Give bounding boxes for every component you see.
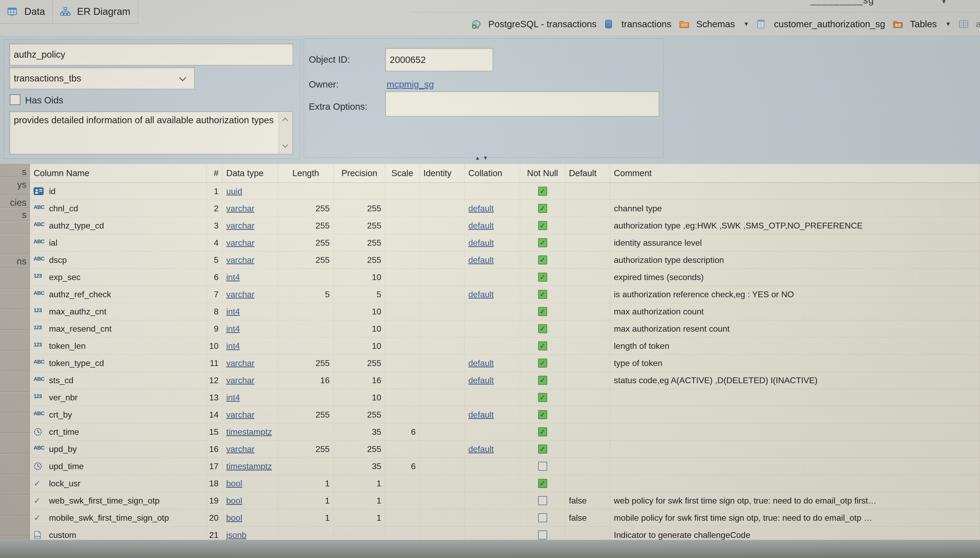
data-type-link[interactable]: int4 xyxy=(226,272,240,282)
breadcrumb-item-tables[interactable]: Tables xyxy=(893,19,937,30)
collation-link[interactable]: default xyxy=(468,238,494,248)
column-row-upd_by[interactable]: ABCupd_by16varchar255255default✓ xyxy=(30,441,980,458)
not-null-checkbox[interactable]: ✓ xyxy=(538,359,547,368)
column-row-authz_type_cd[interactable]: ABCauthz_type_cd3varchar255255default✓au… xyxy=(30,217,980,234)
has-oids-checkbox[interactable] xyxy=(10,94,20,105)
not-null-checkbox[interactable]: ✓ xyxy=(538,238,547,247)
not-null-checkbox[interactable]: ✓ xyxy=(538,256,547,264)
column-row-token_len[interactable]: 123token_len10int410✓length of token xyxy=(30,338,980,354)
not-null-checkbox[interactable]: ✓ xyxy=(538,272,547,282)
not-null-checkbox[interactable]: ✓ xyxy=(538,324,547,333)
header-identity[interactable]: Identity xyxy=(419,164,465,182)
header-column-name[interactable]: Column Name xyxy=(30,164,207,182)
data-type-link[interactable]: varchar xyxy=(226,444,255,454)
not-null-checkbox[interactable] xyxy=(538,530,547,540)
column-row-chnl_cd[interactable]: ABCchnl_cd2varchar255255default✓channel … xyxy=(30,200,980,217)
data-type-link[interactable]: timestamptz xyxy=(226,427,272,437)
data-type-link[interactable]: varchar xyxy=(226,238,255,248)
breadcrumb-item-transactions[interactable]: transactions xyxy=(605,19,671,30)
panel-collapse-arrows[interactable]: ▲▼ xyxy=(475,155,491,161)
table-name-input[interactable]: authz_policy xyxy=(9,44,293,65)
column-row-token_type_cd[interactable]: ABCtoken_type_cd11varchar255255default✓t… xyxy=(30,354,980,372)
data-type-link[interactable]: varchar xyxy=(226,358,255,368)
left-tab-label-fragment[interactable]: s xyxy=(22,210,27,220)
data-type-link[interactable]: varchar xyxy=(226,221,255,231)
data-type-link[interactable]: varchar xyxy=(226,410,255,420)
header--[interactable]: # xyxy=(207,164,222,182)
collation-link[interactable]: default xyxy=(468,358,494,368)
not-null-checkbox[interactable]: ✓ xyxy=(538,427,547,437)
data-type-link[interactable]: uuid xyxy=(226,186,242,196)
not-null-checkbox[interactable]: ✓ xyxy=(538,307,547,316)
not-null-checkbox[interactable]: ✓ xyxy=(538,376,547,385)
header-scale[interactable]: Scale xyxy=(385,164,419,182)
collation-link[interactable]: default xyxy=(468,290,494,299)
scroll-down-icon[interactable] xyxy=(282,142,288,148)
column-row-sts_cd[interactable]: ABCsts_cd12varchar1616default✓status cod… xyxy=(30,372,980,389)
column-row-ial[interactable]: ABCial4varchar255255default✓identity ass… xyxy=(30,234,980,251)
data-type-link[interactable]: timestamptz xyxy=(226,461,272,471)
not-null-checkbox[interactable]: ✓ xyxy=(538,445,547,453)
collation-link[interactable]: default xyxy=(468,255,494,265)
data-type-link[interactable]: varchar xyxy=(226,376,255,385)
data-type-link[interactable]: int4 xyxy=(226,324,240,334)
column-row-lock_usr[interactable]: ✓lock_usr18bool11✓ xyxy=(30,475,980,492)
collation-link[interactable]: default xyxy=(468,221,494,231)
data-type-link[interactable]: varchar xyxy=(226,204,255,213)
owner-link[interactable]: mcpmig_sg xyxy=(386,79,434,90)
data-type-link[interactable]: int4 xyxy=(226,307,240,317)
data-type-link[interactable]: bool xyxy=(226,496,242,505)
left-tab-label-fragment[interactable]: cies xyxy=(10,197,26,208)
left-tab-label-fragment[interactable]: s xyxy=(22,167,27,177)
column-row-crt_by[interactable]: ABCcrt_by14varchar255255default✓ xyxy=(30,406,980,423)
not-null-checkbox[interactable]: ✓ xyxy=(538,479,547,488)
data-type-link[interactable]: int4 xyxy=(226,393,240,402)
left-tab-label-fragment[interactable]: ys xyxy=(17,179,26,190)
column-row-custom[interactable]: JSONcustom21jsonbIndicator to generate c… xyxy=(30,527,980,540)
column-row-crt_time[interactable]: crt_time15timestamptz356✓ xyxy=(30,423,980,441)
not-null-checkbox[interactable]: ✓ xyxy=(538,221,547,230)
textarea-scrollbar[interactable] xyxy=(279,112,293,154)
not-null-checkbox[interactable] xyxy=(538,462,547,471)
breadcrumb-dropdown-icon[interactable]: ▼ xyxy=(945,21,951,28)
extra-options-input[interactable] xyxy=(385,91,659,117)
not-null-checkbox[interactable] xyxy=(538,513,547,522)
collation-link[interactable]: default xyxy=(468,204,494,213)
column-row-mobile_swk_first_time_sign_otp[interactable]: ✓mobile_swk_first_time_sign_otp20bool11f… xyxy=(30,509,980,527)
data-type-link[interactable]: varchar xyxy=(226,255,255,265)
tab-er-diagram[interactable]: ER Diagram xyxy=(53,0,138,23)
column-row-max_resend_cnt[interactable]: 123max_resend_cnt9int410✓max authorizati… xyxy=(30,320,980,338)
header-comment[interactable]: Comment xyxy=(610,164,980,182)
object-id-field[interactable]: 2000652 xyxy=(385,48,493,71)
data-type-link[interactable]: int4 xyxy=(226,341,240,351)
header-precision[interactable]: Precision xyxy=(334,164,385,182)
column-row-ver_nbr[interactable]: 123ver_nbr13int410✓ xyxy=(30,389,980,406)
tablespace-select[interactable]: transactions_tbs xyxy=(9,67,194,89)
not-null-checkbox[interactable]: ✓ xyxy=(538,290,547,299)
column-row-dscp[interactable]: ABCdscp5varchar255255default✓authorizati… xyxy=(30,251,980,269)
breadcrumb-item-schemas[interactable]: Schemas xyxy=(679,19,735,30)
data-type-link[interactable]: bool xyxy=(226,479,242,489)
header-default[interactable]: Default xyxy=(565,164,610,182)
collation-link[interactable]: default xyxy=(468,376,494,385)
breadcrumb-dropdown-icon[interactable]: ▼ xyxy=(743,21,749,28)
header-collation[interactable]: Collation xyxy=(465,164,520,182)
column-row-upd_time[interactable]: upd_time17timestamptz356 xyxy=(30,458,980,475)
header-not-null[interactable]: Not Null xyxy=(520,164,565,182)
left-tab-label-fragment[interactable]: ns xyxy=(16,256,26,267)
tab-data[interactable]: ‹› Data xyxy=(0,0,53,23)
collation-link[interactable]: default xyxy=(468,444,494,454)
column-row-exp_sec[interactable]: 123exp_sec6int410✓expired times (seconds… xyxy=(30,269,980,286)
data-type-link[interactable]: varchar xyxy=(226,290,255,299)
not-null-checkbox[interactable]: ✓ xyxy=(538,410,547,419)
data-type-link[interactable]: jsonb xyxy=(226,530,247,540)
not-null-checkbox[interactable]: ✓ xyxy=(538,187,547,196)
description-textarea[interactable]: provides detailed information of all ava… xyxy=(9,112,293,154)
column-row-web_swk_first_time_sign_otp[interactable]: ✓web_swk_first_time_sign_otp19bool11fals… xyxy=(30,492,980,509)
not-null-checkbox[interactable]: ✓ xyxy=(538,393,547,402)
header-length[interactable]: Length xyxy=(278,164,334,182)
column-row-max_authz_cnt[interactable]: 123max_authz_cnt8int410✓max authorizatio… xyxy=(30,303,980,320)
breadcrumb-item-customer-authorization-sg[interactable]: customer_authorization_sg xyxy=(757,19,885,30)
scroll-up-icon[interactable] xyxy=(282,118,288,124)
collation-link[interactable]: default xyxy=(468,410,494,420)
